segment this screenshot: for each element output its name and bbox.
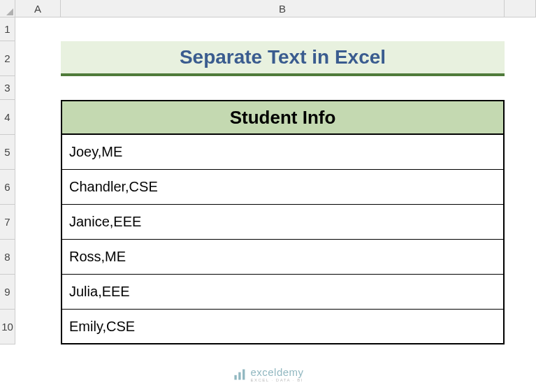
watermark: exceldemy EXCEL · DATA · BI (232, 367, 303, 382)
table-row[interactable]: Emily,CSE (61, 310, 505, 344)
row-headers: 1 2 3 4 5 6 7 8 9 10 (0, 17, 15, 344)
column-header-b[interactable]: B (61, 0, 505, 17)
table-row[interactable]: Joey,ME (61, 135, 505, 170)
row-header-9[interactable]: 9 (0, 275, 15, 310)
svg-rect-2 (242, 370, 245, 380)
row-header-5[interactable]: 5 (0, 135, 15, 170)
row-header-1[interactable]: 1 (0, 17, 15, 41)
svg-rect-1 (238, 372, 240, 380)
title-cell[interactable]: Separate Text in Excel (61, 41, 505, 76)
table-row[interactable]: Julia,EEE (61, 275, 505, 310)
select-all-button[interactable] (0, 0, 15, 17)
column-header-a[interactable]: A (15, 0, 61, 17)
row-header-8[interactable]: 8 (0, 240, 15, 275)
table-header[interactable]: Student Info (61, 100, 505, 135)
row-header-10[interactable]: 10 (0, 310, 15, 344)
svg-rect-0 (234, 375, 236, 380)
row-header-4[interactable]: 4 (0, 100, 15, 135)
chart-icon (232, 368, 246, 382)
watermark-text: exceldemy EXCEL · DATA · BI (250, 367, 303, 382)
row-header-3[interactable]: 3 (0, 76, 15, 100)
data-table: Student Info Joey,ME Chandler,CSE Janice… (61, 100, 505, 344)
row-header-6[interactable]: 6 (0, 170, 15, 205)
column-headers: A B (15, 0, 536, 17)
column-header-end[interactable] (505, 0, 536, 17)
row-header-2[interactable]: 2 (0, 41, 15, 76)
row-header-7[interactable]: 7 (0, 205, 15, 240)
watermark-sub: EXCEL · DATA · BI (250, 378, 303, 382)
watermark-main: exceldemy (250, 367, 303, 377)
table-row[interactable]: Ross,ME (61, 240, 505, 275)
table-row[interactable]: Janice,EEE (61, 205, 505, 240)
table-row[interactable]: Chandler,CSE (61, 170, 505, 205)
